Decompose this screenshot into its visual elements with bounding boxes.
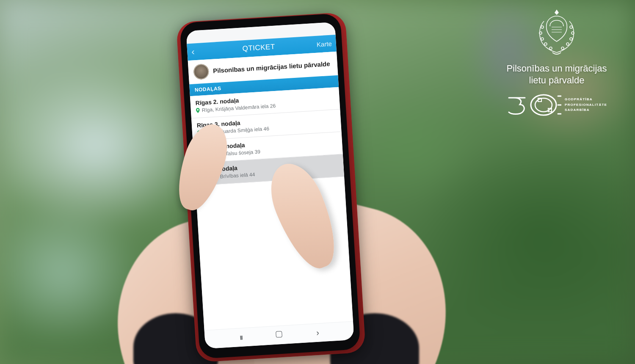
organization-name: Pilsonības un migrācijas lietu pārvalde bbox=[213, 60, 330, 75]
android-recents-button[interactable]: III bbox=[232, 334, 250, 341]
svg-point-7 bbox=[570, 38, 572, 40]
android-home-button[interactable] bbox=[271, 330, 288, 340]
svg-point-0 bbox=[541, 26, 544, 28]
organization-emblem-icon bbox=[193, 63, 209, 80]
back-button[interactable]: ‹ bbox=[191, 46, 202, 57]
svg-point-9 bbox=[561, 47, 564, 50]
svg-point-8 bbox=[566, 43, 569, 45]
svg-point-5 bbox=[570, 26, 572, 28]
thirty-logotype-icon bbox=[506, 92, 561, 118]
app-title: QTICKET bbox=[201, 40, 317, 56]
branch-list[interactable]: Rīgas 2. nodaļaRīga, Krišjāņa Valdemāra … bbox=[190, 87, 353, 330]
svg-point-2 bbox=[541, 38, 544, 40]
overlay-values-text: GODPRĀTĪBA PROFESIONALITĀTE SADARBĪBA bbox=[565, 97, 607, 113]
map-toggle-link[interactable]: Karte bbox=[316, 40, 332, 48]
overlay-organization-logo: Pilsonības un migrācijas lietu pārvalde … bbox=[493, 8, 620, 118]
coat-of-arms-icon bbox=[531, 8, 582, 59]
anniversary-30-badge: GODPRĀTĪBA PROFESIONALITĀTE SADARBĪBA bbox=[493, 92, 620, 118]
svg-point-3 bbox=[544, 43, 547, 45]
overlay-organization-name: Pilsonības un migrācijas lietu pārvalde bbox=[493, 63, 620, 86]
svg-point-4 bbox=[549, 47, 552, 50]
android-back-button[interactable]: ‹ bbox=[309, 328, 326, 338]
